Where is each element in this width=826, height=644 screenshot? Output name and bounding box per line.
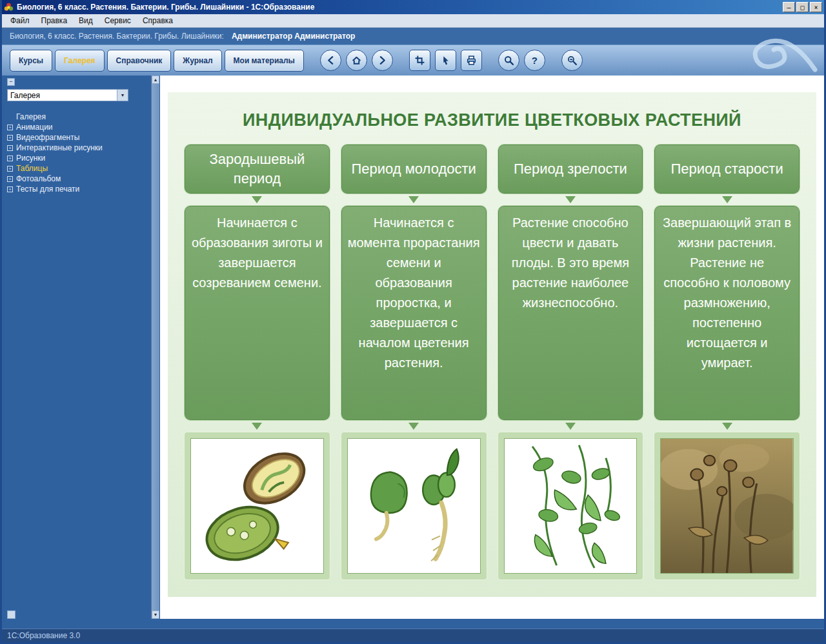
tree-expand-icon[interactable]: +: [7, 145, 13, 151]
gallery-tree: + Галерея + Анимации + Видеофрагменты + …: [7, 112, 146, 194]
down-arrow-icon: [252, 423, 262, 430]
scroll-up-button[interactable]: ▲: [152, 75, 159, 84]
sidebar-item-tables[interactable]: + Таблицы: [7, 163, 146, 174]
user-name: Администратор Администратор: [232, 32, 356, 41]
nav-button-group: [320, 50, 393, 71]
tab-gallery[interactable]: Галерея: [55, 50, 104, 72]
down-arrow-icon: [722, 196, 732, 203]
menu-bar: Файл Правка Вид Сервис Справка: [2, 14, 824, 28]
sidebar-item-pictures[interactable]: + Рисунки: [7, 153, 146, 163]
period-description: Начинается с образования зиготы и заверш…: [192, 216, 323, 290]
period-column-old-age: Период старости Завершающий этап в жизни…: [654, 145, 800, 579]
close-button[interactable]: ×: [810, 2, 822, 12]
key-search-icon: [567, 55, 578, 66]
sidebar-item-print-tests[interactable]: + Тесты для печати: [7, 184, 146, 194]
tab-journal[interactable]: Журнал: [174, 50, 221, 72]
sidebar-item-photo-album[interactable]: + Фотоальбом: [7, 174, 146, 184]
menu-item-service[interactable]: Сервис: [99, 15, 137, 26]
period-image-frame: [185, 432, 330, 579]
workspace: − Галерея ▼ + Галерея + Анимации + Видео…: [2, 75, 824, 629]
down-arrow-icon: [252, 196, 262, 203]
content-area: ИНДИВИДУАЛЬНОЕ РАЗВИТИЕ ЦВЕТКОВЫХ РАСТЕН…: [160, 75, 824, 619]
search-button-group: ?: [498, 50, 545, 71]
menu-item-file[interactable]: Файл: [5, 15, 35, 26]
back-arrow-icon: [325, 55, 336, 66]
tab-label: Курсы: [19, 56, 43, 65]
down-arrow-icon: [408, 423, 419, 430]
period-description-box: Завершающий этап в жизни растения. Расте…: [654, 206, 800, 420]
tree-expand-icon[interactable]: +: [7, 135, 13, 141]
tree-expand-icon[interactable]: +: [7, 166, 13, 172]
collapse-sidebar-button[interactable]: −: [7, 78, 15, 86]
sidebar-item-label: Таблицы: [16, 164, 48, 173]
period-image-frame: [654, 432, 800, 579]
tab-label: Галерея: [64, 56, 95, 65]
printer-icon: [466, 55, 477, 66]
tree-expand-icon[interactable]: +: [7, 176, 13, 182]
sidebar-item-label: Видеофрагменты: [16, 133, 79, 142]
period-columns: Зародышевый период Начинается с образова…: [185, 145, 800, 579]
print-button[interactable]: [461, 50, 482, 71]
menu-item-view[interactable]: Вид: [73, 15, 99, 26]
pointer-tool-button[interactable]: [435, 50, 456, 71]
period-description-box: Начинается с образования зиготы и заверш…: [185, 206, 330, 420]
title-bar: Биология, 6 класс. Растения. Бактерии. Г…: [2, 0, 824, 14]
tree-expand-icon[interactable]: +: [7, 156, 13, 161]
sidebar-scrollbar[interactable]: ▲ ▼: [151, 75, 159, 619]
status-text: 1С:Образование 3.0: [7, 631, 80, 640]
help-button[interactable]: ?: [524, 50, 545, 71]
crop-tool-button[interactable]: [409, 50, 430, 71]
search-button[interactable]: [498, 50, 519, 71]
tab-my-materials[interactable]: Мои материалы: [225, 50, 304, 72]
forward-button[interactable]: [372, 50, 393, 71]
period-header-box: Период старости: [654, 145, 800, 194]
germinating-seedling-illustration: [348, 439, 480, 573]
sidebar-item-label: Анимации: [16, 123, 53, 132]
breadcrumb: Биология, 6 класс. Растения. Бактерии. Г…: [10, 32, 224, 41]
tab-courses[interactable]: Курсы: [10, 50, 52, 72]
period-header-box: Период молодости: [341, 145, 487, 194]
dropdown-arrow-icon[interactable]: ▼: [117, 90, 128, 101]
tab-label: Справочник: [116, 56, 163, 65]
minimize-button[interactable]: —: [783, 2, 795, 12]
sidebar-resize-grip[interactable]: [7, 610, 15, 619]
restore-button[interactable]: □: [796, 2, 809, 12]
back-button[interactable]: [320, 50, 341, 71]
sidebar-item-label: Интерактивные рисунки: [16, 143, 103, 152]
withered-plant-photo: [660, 438, 794, 574]
seed-cross-section-image: [190, 438, 324, 574]
sidebar-item-interactive-pictures[interactable]: + Интерактивные рисунки: [7, 143, 146, 153]
tree-expand-icon[interactable]: +: [7, 125, 13, 130]
sidebar-item-video-fragments[interactable]: + Видеофрагменты: [7, 132, 146, 143]
sidebar-item-animations[interactable]: + Анимации: [7, 122, 146, 132]
poster-title: ИНДИВИДУАЛЬНОЕ РАЗВИТИЕ ЦВЕТКОВЫХ РАСТЕН…: [185, 110, 800, 130]
search-icon: [503, 55, 514, 66]
keyword-search-button[interactable]: [561, 50, 583, 71]
gallery-section-dropdown[interactable]: Галерея ▼: [7, 89, 128, 101]
tree-expand-icon[interactable]: +: [7, 186, 13, 192]
tools-button-group: [409, 50, 482, 71]
sidebar-item-gallery[interactable]: + Галерея: [7, 112, 146, 122]
tab-label: Журнал: [183, 56, 212, 65]
sidebar-item-label: Тесты для печати: [16, 185, 79, 194]
help-icon: ?: [532, 55, 538, 66]
germinating-seedling-image: [347, 438, 481, 574]
scrollbar-track[interactable]: [152, 84, 159, 610]
dropdown-value: Галерея: [8, 91, 117, 100]
sidebar-item-label: Галерея: [16, 112, 46, 121]
pea-plant-image: [504, 438, 638, 574]
period-description-box: Начинается с момента прорастания семени …: [341, 206, 487, 420]
forward-arrow-icon: [377, 55, 388, 66]
period-title: Зародышевый период: [192, 150, 323, 188]
withered-plant-photo-image: [661, 439, 793, 573]
period-header-box: Зародышевый период: [185, 145, 330, 194]
scroll-down-button[interactable]: ▼: [152, 610, 159, 619]
menu-item-help[interactable]: Справка: [137, 15, 179, 26]
tab-reference[interactable]: Справочник: [107, 50, 172, 72]
sidebar-item-label: Фотоальбом: [16, 174, 61, 183]
cursor-arrow-icon: [440, 55, 451, 66]
down-arrow-icon: [565, 423, 576, 430]
home-button[interactable]: [346, 50, 367, 71]
app-window: Биология, 6 класс. Растения. Бактерии. Г…: [0, 0, 826, 644]
menu-item-edit[interactable]: Правка: [35, 15, 74, 26]
